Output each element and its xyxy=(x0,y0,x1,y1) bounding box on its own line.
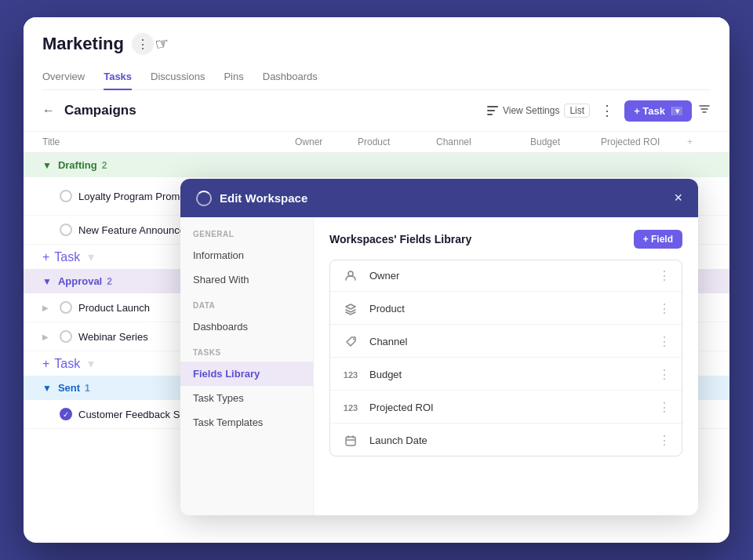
app-title: Marketing xyxy=(42,34,124,54)
edit-workspace-modal: Edit Workspace × GENERAL Information Sha… xyxy=(180,179,698,515)
nav-tabs: Overview Tasks Discussions Pins Dashboar… xyxy=(42,64,711,90)
number-icon: 123 xyxy=(341,403,360,413)
sidebar-item-task-templates[interactable]: Task Templates xyxy=(180,410,313,435)
filter-icon xyxy=(698,103,711,115)
tab-pins[interactable]: Pins xyxy=(224,64,243,90)
field-more-button[interactable]: ⋮ xyxy=(658,433,671,448)
field-more-button[interactable]: ⋮ xyxy=(658,367,671,382)
add-field-button[interactable]: + Field xyxy=(634,230,682,249)
modal-header: Edit Workspace × xyxy=(180,179,698,217)
field-more-button[interactable]: ⋮ xyxy=(658,268,671,283)
svg-point-0 xyxy=(348,271,353,276)
sidebar-section-general: GENERAL xyxy=(180,230,313,243)
svg-point-1 xyxy=(353,338,355,340)
list-item: Launch Date ⋮ xyxy=(330,425,682,456)
dropdown-arrow-icon[interactable]: ▾ xyxy=(671,107,682,115)
tab-overview[interactable]: Overview xyxy=(42,64,85,90)
list-item: 123 Projected ROI ⋮ xyxy=(330,392,682,424)
view-settings-label: View Settings xyxy=(503,105,560,116)
view-settings[interactable]: View Settings List xyxy=(487,104,590,118)
field-name: Launch Date xyxy=(369,435,649,446)
modal-overlay: Edit Workspace × GENERAL Information Sha… xyxy=(24,132,729,543)
field-name: Owner xyxy=(369,270,649,282)
cursor-icon: ☞ xyxy=(154,34,171,55)
back-button[interactable]: ← xyxy=(42,104,55,118)
modal-body: GENERAL Information Shared With DATA Das… xyxy=(180,217,698,515)
field-more-button[interactable]: ⋮ xyxy=(658,334,671,349)
field-list: Owner ⋮ xyxy=(329,260,682,456)
tab-discussions[interactable]: Discussions xyxy=(151,64,205,90)
sidebar-item-task-types[interactable]: Task Types xyxy=(180,386,313,410)
sidebar-item-fields-library[interactable]: Fields Library xyxy=(180,362,313,386)
field-name: Budget xyxy=(369,369,649,380)
svg-rect-2 xyxy=(346,437,355,445)
app-window: Marketing ⋮ ☞ Overview Tasks Discussions… xyxy=(24,17,729,543)
sidebar-section-data: DATA xyxy=(180,301,313,315)
list-item: Channel ⋮ xyxy=(330,326,682,358)
toolbar-more-button[interactable]: ⋮ xyxy=(596,100,618,122)
modal-header-left: Edit Workspace xyxy=(196,191,307,206)
filter-button[interactable] xyxy=(698,103,711,118)
page-title: Campaigns xyxy=(64,103,481,118)
table-area: Title Owner Product Channel Budget Proje… xyxy=(24,132,729,543)
tab-dashboards[interactable]: Dashboards xyxy=(263,64,318,90)
sidebar-item-shared-with[interactable]: Shared With xyxy=(180,267,313,292)
header-more-button[interactable]: ⋮ xyxy=(132,33,154,55)
field-more-button[interactable]: ⋮ xyxy=(658,301,671,316)
sidebar-section-tasks: TASKS xyxy=(180,348,313,362)
add-task-button[interactable]: + Task ▾ xyxy=(624,100,692,122)
sidebar-item-information[interactable]: Information xyxy=(180,243,313,267)
list-item: Product ⋮ xyxy=(330,293,682,325)
person-icon xyxy=(341,270,360,282)
calendar-icon xyxy=(341,435,360,447)
field-name: Channel xyxy=(369,336,649,347)
modal-sidebar: GENERAL Information Shared With DATA Das… xyxy=(180,217,314,515)
view-settings-icon xyxy=(487,106,498,115)
field-name: Projected ROI xyxy=(369,402,649,413)
app-header: Marketing ⋮ ☞ Overview Tasks Discussions… xyxy=(24,17,729,90)
list-label: List xyxy=(564,104,590,118)
tab-tasks[interactable]: Tasks xyxy=(104,64,132,90)
fields-library-panel: Workspaces' Fields Library + Field xyxy=(314,217,698,515)
number-icon: 123 xyxy=(341,370,360,380)
sidebar-item-dashboards[interactable]: Dashboards xyxy=(180,315,313,339)
workspace-icon xyxy=(196,191,212,206)
tag-icon xyxy=(341,336,360,348)
fields-library-title: Workspaces' Fields Library xyxy=(329,233,471,245)
list-item: Owner ⋮ xyxy=(330,260,682,292)
toolbar: ← Campaigns View Settings List ⋮ + Task … xyxy=(24,90,729,132)
list-item: 123 Budget ⋮ xyxy=(330,359,682,391)
modal-close-button[interactable]: × xyxy=(674,190,682,206)
layers-icon xyxy=(341,303,360,315)
fields-library-header: Workspaces' Fields Library + Field xyxy=(329,230,682,249)
field-more-button[interactable]: ⋮ xyxy=(658,400,671,415)
modal-title: Edit Workspace xyxy=(220,191,307,205)
field-name: Product xyxy=(369,303,649,315)
add-task-label: + Task xyxy=(634,105,665,117)
